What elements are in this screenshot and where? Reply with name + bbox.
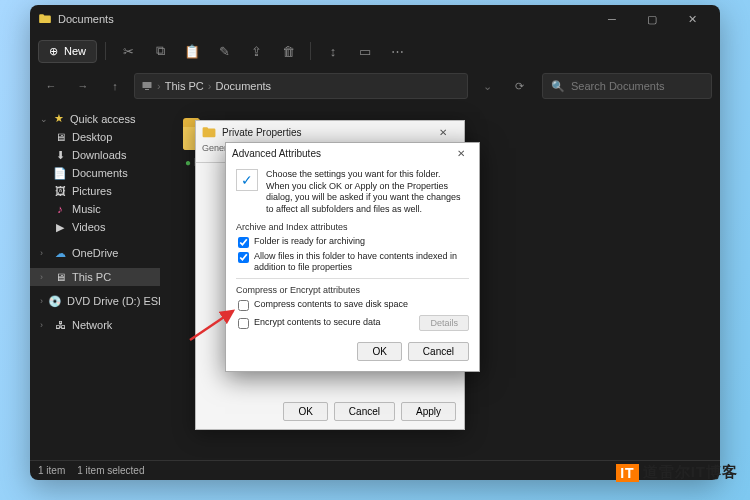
address-bar: ← → ↑ › This PC › Documents ⌄ ⟳ 🔍Search … [30,69,720,103]
search-input[interactable]: 🔍Search Documents [542,73,712,99]
share-icon[interactable]: ⇪ [242,37,270,65]
cut-icon[interactable]: ✂ [114,37,142,65]
forward-button[interactable]: → [70,73,96,99]
status-count: 1 item [38,465,65,476]
svg-rect-0 [143,82,152,88]
breadcrumb-thispc[interactable]: This PC [165,80,204,92]
minimize-button[interactable]: ─ [592,5,632,33]
properties-ok-button[interactable]: OK [283,402,327,421]
check-indexing[interactable]: Allow files in this folder to have conte… [238,251,469,273]
breadcrumb-documents[interactable]: Documents [215,80,271,92]
refresh-button[interactable]: ⟳ [506,73,532,99]
toolbar: ⊕New ✂ ⧉ 📋 ✎ ⇪ 🗑 ↕ ▭ ⋯ [30,33,720,69]
back-button[interactable]: ← [38,73,64,99]
sidebar-item-videos[interactable]: ▶Videos [30,218,160,236]
watermark: IT 道雷尔IT博客 [616,463,738,482]
properties-titlebar: Private Properties ✕ [196,121,464,143]
sort-icon[interactable]: ↕ [319,37,347,65]
copy-icon[interactable]: ⧉ [146,37,174,65]
sidebar-item-downloads[interactable]: ⬇Downloads [30,146,160,164]
advanced-titlebar: Advanced Attributes ✕ [226,143,479,163]
advanced-close-button[interactable]: ✕ [449,148,473,159]
sidebar-item-pictures[interactable]: 🖼Pictures [30,182,160,200]
details-button: Details [419,315,469,331]
up-button[interactable]: ↑ [102,73,128,99]
titlebar: Documents ─ ▢ ✕ [30,5,720,33]
sidebar-onedrive[interactable]: ›☁OneDrive [30,244,160,262]
sidebar-dvd[interactable]: ›💿DVD Drive (D:) ESD-I [30,292,160,310]
window-title: Documents [58,13,592,25]
delete-icon[interactable]: 🗑 [274,37,302,65]
view-icon[interactable]: ▭ [351,37,379,65]
archive-section-label: Archive and Index attributes [236,222,469,232]
sidebar-item-music[interactable]: ♪Music [30,200,160,218]
dropdown-icon[interactable]: ⌄ [474,73,500,99]
sidebar-item-desktop[interactable]: 🖥Desktop [30,128,160,146]
close-button[interactable]: ✕ [672,5,712,33]
sidebar-network[interactable]: ›🖧Network [30,316,160,334]
sidebar-item-documents[interactable]: 📄Documents [30,164,160,182]
check-encrypt[interactable]: Encrypt contents to secure data [238,317,419,329]
more-icon[interactable]: ⋯ [383,37,411,65]
svg-rect-1 [145,89,149,90]
advanced-intro-text: Choose the settings you want for this fo… [266,169,469,216]
new-button[interactable]: ⊕New [38,40,97,63]
address-box[interactable]: › This PC › Documents [134,73,468,99]
folder-settings-icon: ✓ [236,169,258,191]
sidebar: ⌄★Quick access 🖥Desktop ⬇Downloads 📄Docu… [30,103,160,460]
sidebar-thispc[interactable]: ›🖥This PC [30,268,160,286]
properties-close-button[interactable]: ✕ [428,127,458,138]
paste-icon[interactable]: 📋 [178,37,206,65]
properties-cancel-button[interactable]: Cancel [334,402,395,421]
sidebar-quick-access[interactable]: ⌄★Quick access [30,109,160,128]
properties-apply-button[interactable]: Apply [401,402,456,421]
check-compress[interactable]: Compress contents to save disk space [238,299,469,311]
folder-icon [202,126,216,138]
check-archiving[interactable]: Folder is ready for archiving [238,236,469,248]
pc-icon [141,80,153,92]
advanced-attributes-dialog: Advanced Attributes ✕ ✓ Choose the setti… [225,142,480,372]
folder-icon [38,12,52,26]
status-selected: 1 item selected [77,465,144,476]
advanced-cancel-button[interactable]: Cancel [408,342,469,361]
rename-icon[interactable]: ✎ [210,37,238,65]
compress-section-label: Compress or Encrypt attributes [236,285,469,295]
advanced-ok-button[interactable]: OK [357,342,401,361]
maximize-button[interactable]: ▢ [632,5,672,33]
